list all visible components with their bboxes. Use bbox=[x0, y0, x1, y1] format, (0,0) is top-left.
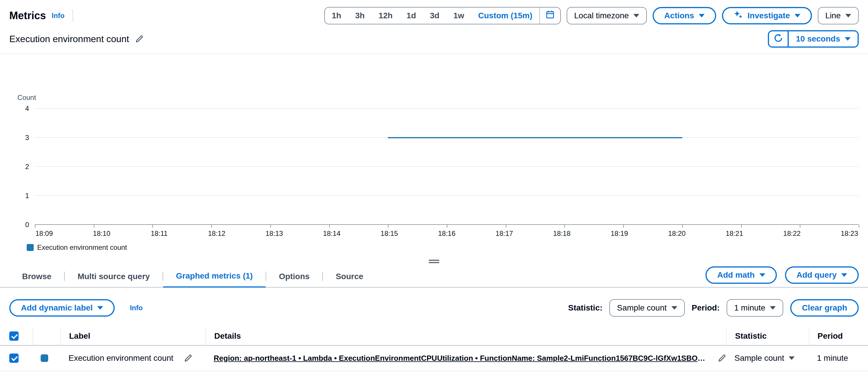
chevron-down-icon bbox=[845, 14, 851, 18]
graphed-metrics-controls: Add dynamic label Info Statistic: Sample… bbox=[0, 288, 868, 317]
y-tick-label: 3 bbox=[25, 134, 29, 142]
chevron-down-icon bbox=[770, 306, 776, 309]
add-dynamic-label-button[interactable]: Add dynamic label bbox=[9, 299, 115, 317]
tab-browse[interactable]: Browse bbox=[9, 265, 64, 288]
row-checkbox-cell bbox=[9, 354, 32, 363]
add-math-button[interactable]: Add math bbox=[706, 266, 777, 284]
x-tick-mark bbox=[682, 225, 683, 228]
plot-area: 01234 bbox=[9, 109, 859, 225]
x-tick-mark bbox=[564, 225, 565, 228]
refresh-interval-select[interactable]: 10 seconds bbox=[789, 31, 858, 47]
calendar-button[interactable] bbox=[539, 7, 560, 24]
color-column-header bbox=[32, 327, 60, 345]
x-tick-mark bbox=[388, 225, 389, 228]
chevron-down-icon bbox=[795, 14, 800, 18]
x-tick-mark bbox=[35, 225, 35, 228]
time-range-12h[interactable]: 12h bbox=[372, 7, 399, 24]
x-tick-mark bbox=[623, 225, 624, 228]
time-range-3d[interactable]: 3d bbox=[423, 7, 446, 24]
refresh-interval-value: 10 seconds bbox=[796, 34, 840, 43]
row-period-value: 1 minute bbox=[817, 354, 848, 363]
chart-type-select[interactable]: Line bbox=[818, 7, 859, 24]
period-select[interactable]: 1 minute bbox=[726, 299, 783, 317]
calendar-icon bbox=[546, 10, 555, 21]
x-tick-label: 18:17 bbox=[496, 230, 513, 238]
y-tick-label: 1 bbox=[25, 192, 29, 200]
custom-time-range-button[interactable]: Custom (15m) bbox=[471, 7, 539, 24]
row-statistic-cell: Sample count bbox=[726, 354, 809, 363]
chevron-down-icon bbox=[760, 273, 765, 277]
info-link[interactable]: Info bbox=[52, 11, 64, 20]
table-row: Execution environment countRegion: ap-no… bbox=[0, 346, 868, 371]
clear-graph-button[interactable]: Clear graph bbox=[790, 299, 859, 317]
tab-graphed-metrics-1[interactable]: Graphed metrics (1) bbox=[163, 265, 266, 288]
metric-label: Execution environment count bbox=[68, 354, 173, 363]
details-column-header: Details bbox=[206, 327, 726, 345]
statistic-column-header: Statistic bbox=[726, 327, 809, 345]
metric-details[interactable]: Region: ap-northeast-1 • Lambda • Execut… bbox=[214, 354, 707, 363]
add-query-button[interactable]: Add query bbox=[785, 266, 859, 284]
statistic-select[interactable]: Sample count bbox=[609, 299, 685, 317]
header-row: Metrics Info 1h3h12h1d3d1w Custom (15m) bbox=[0, 0, 868, 24]
row-checkbox[interactable] bbox=[9, 354, 19, 363]
row-statistic-value: Sample count bbox=[735, 354, 784, 363]
time-range-1h[interactable]: 1h bbox=[325, 7, 348, 24]
x-tick-label: 18:19 bbox=[611, 230, 628, 238]
edit-label-icon[interactable] bbox=[184, 354, 192, 362]
row-details-cell: Region: ap-northeast-1 • Lambda • Execut… bbox=[206, 354, 726, 363]
x-tick-mark bbox=[741, 225, 742, 228]
table-header: Label Details Statistic Period bbox=[0, 327, 868, 346]
tabs-bar: BrowseMulti source queryGraphed metrics … bbox=[0, 265, 868, 288]
chart-plot[interactable] bbox=[35, 109, 859, 225]
x-tick-mark bbox=[270, 225, 271, 228]
chevron-down-icon bbox=[672, 306, 677, 309]
refresh-icon bbox=[774, 34, 783, 45]
x-tick-mark bbox=[506, 225, 506, 228]
x-tick-mark bbox=[94, 225, 94, 228]
row-statistic-select[interactable]: Sample count bbox=[735, 354, 795, 363]
tab-source[interactable]: Source bbox=[323, 265, 376, 288]
tab-options[interactable]: Options bbox=[266, 265, 322, 288]
investigate-label: Investigate bbox=[747, 11, 790, 20]
period-value: 1 minute bbox=[734, 303, 765, 313]
actions-button[interactable]: Actions bbox=[653, 7, 716, 24]
clear-graph-label: Clear graph bbox=[802, 303, 847, 313]
y-axis-label: Count bbox=[18, 93, 859, 102]
label-column-header: Label bbox=[60, 327, 206, 345]
time-range-1d[interactable]: 1d bbox=[399, 7, 423, 24]
edit-details-icon[interactable] bbox=[718, 354, 726, 362]
time-range-3h[interactable]: 3h bbox=[348, 7, 372, 24]
resize-handle[interactable] bbox=[429, 260, 439, 263]
x-tick-label: 18:23 bbox=[841, 230, 858, 238]
statistic-label: Statistic: bbox=[568, 303, 602, 313]
tab-multi-source-query[interactable]: Multi source query bbox=[65, 265, 162, 288]
x-tick-mark bbox=[211, 225, 212, 228]
refresh-button[interactable] bbox=[769, 31, 789, 47]
edit-chart-title-icon[interactable] bbox=[135, 35, 144, 43]
x-tick-label: 18:14 bbox=[323, 230, 341, 238]
cloudwatch-metrics-page: Metrics Info 1h3h12h1d3d1w Custom (15m) bbox=[0, 0, 868, 371]
chevron-down-icon bbox=[633, 14, 639, 18]
page-title: Metrics bbox=[9, 9, 46, 22]
add-dynamic-label-text: Add dynamic label bbox=[21, 303, 93, 313]
metric-color-swatch[interactable] bbox=[41, 354, 48, 362]
gridline bbox=[35, 108, 859, 109]
x-tick-label: 18:15 bbox=[380, 230, 398, 238]
time-range-1w[interactable]: 1w bbox=[446, 7, 471, 24]
investigate-button[interactable]: Investigate bbox=[722, 7, 812, 24]
x-tick-label: 18:21 bbox=[726, 230, 743, 238]
x-tick-mark bbox=[800, 225, 800, 228]
chart-series-line bbox=[388, 137, 682, 138]
y-tick-label: 2 bbox=[25, 163, 29, 171]
gridline bbox=[35, 166, 859, 167]
chart-legend[interactable]: Execution environment count bbox=[27, 243, 849, 252]
custom-time-range-label: Custom (15m) bbox=[478, 11, 532, 20]
select-all-checkbox[interactable] bbox=[9, 331, 19, 341]
actions-label: Actions bbox=[664, 11, 694, 20]
legend-label: Execution environment count bbox=[37, 243, 127, 252]
header-divider bbox=[72, 9, 73, 22]
timezone-select[interactable]: Local timezone bbox=[567, 7, 647, 24]
graphed-metrics-table: Label Details Statistic Period Execution… bbox=[0, 327, 868, 371]
dynamic-label-info-link[interactable]: Info bbox=[130, 304, 143, 312]
y-tick-label: 0 bbox=[25, 221, 29, 229]
